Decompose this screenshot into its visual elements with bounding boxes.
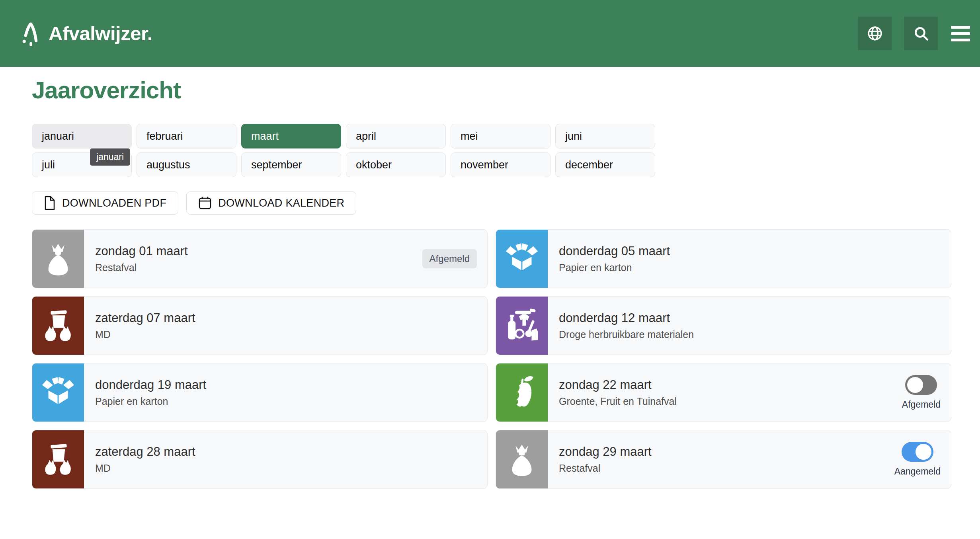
download-pdf-button[interactable]: DOWNLOADEN PDF [32,191,178,215]
page-title: Jaaroverzicht [32,76,980,104]
dry-materials-icon [504,307,540,344]
waste-type: Papier en karton [559,262,670,273]
trash-bag-icon [504,441,540,478]
brand-logo[interactable]: Afvalwijzer. [19,20,152,47]
language-button[interactable] [858,17,892,50]
waste-type: Papier en karton [95,396,206,407]
collection-date: zaterdag 28 maart [95,445,195,459]
bin-and-bags-icon [40,441,76,478]
waste-icon-tile [32,230,84,288]
collection-date: donderdag 12 maart [559,311,694,325]
waste-type: Restafval [95,262,188,273]
cardboard-box-icon [40,374,76,411]
collection-card: zaterdag 07 maart MD [32,296,488,355]
waste-type: Restafval [559,463,652,474]
collection-card: donderdag 05 maart Papier en karton [496,229,951,288]
waste-icon-tile [32,297,84,355]
collection-card: zaterdag 28 maart MD [32,430,488,489]
collection-date: donderdag 05 maart [559,244,670,258]
toggle-label: Afgemeld [902,399,941,410]
collection-card: donderdag 19 maart Papier en karton [32,363,488,422]
month-button-december[interactable]: december [555,152,655,177]
month-button-oktober[interactable]: oktober [346,152,446,177]
download-calendar-label: DOWNLOAD KALENDER [218,197,344,209]
brand-name: Afvalwijzer. [49,22,152,45]
month-button-juni[interactable]: juni [555,124,655,148]
waste-icon-tile [496,363,548,422]
collection-card: zondag 01 maart Restafval Afgemeld [32,229,488,288]
waste-icon-tile [496,230,548,288]
search-button[interactable] [904,17,938,50]
collection-card: zondag 29 maart Restafval Aangemeld [496,430,951,489]
toggle-knob [916,444,931,460]
toggle-knob [907,377,923,393]
month-button-november[interactable]: november [451,152,551,177]
waste-type: Groente, Fruit en Tuinafval [559,396,677,407]
month-tooltip: januari [90,148,130,166]
month-picker: januari februari maart april mei juni ju… [32,124,665,177]
status-badge: Afgemeld [422,249,477,268]
search-icon [913,25,929,42]
waste-icon-tile [32,363,84,422]
month-button-januari[interactable]: januari [32,124,132,148]
collection-list: zondag 01 maart Restafval Afgemeld donde… [32,229,951,489]
trash-bag-icon [40,240,76,277]
waste-type: Droge herbruikbare materialen [559,329,694,340]
collection-date: zondag 22 maart [559,378,677,392]
toggle-label: Aangemeld [894,466,941,477]
waste-type: MD [95,463,195,474]
waste-icon-tile [496,430,548,488]
bin-and-bags-icon [40,307,76,344]
download-calendar-button[interactable]: DOWNLOAD KALENDER [186,191,356,215]
collection-date: zondag 29 maart [559,445,652,459]
month-button-april[interactable]: april [346,124,446,148]
collection-date: zaterdag 07 maart [95,311,195,325]
download-pdf-label: DOWNLOADEN PDF [62,197,166,209]
apple-core-icon [504,374,540,411]
collection-date: zondag 01 maart [95,244,188,258]
collection-card: zondag 22 maart Groente, Fruit en Tuinaf… [496,363,951,422]
waste-icon-tile [496,297,548,355]
menu-button[interactable] [951,26,970,41]
month-button-maart[interactable]: maart [241,124,341,148]
waste-type: MD [95,329,195,340]
optout-toggle[interactable] [905,375,937,395]
cardboard-box-icon [504,240,540,277]
waste-icon-tile [32,430,84,488]
collection-date: donderdag 19 maart [95,378,206,392]
header-actions [858,17,970,50]
menu-icon [951,26,970,29]
month-button-september[interactable]: september [241,152,341,177]
month-button-mei[interactable]: mei [451,124,551,148]
optin-toggle[interactable] [902,442,933,462]
document-icon [44,196,56,210]
collection-card: donderdag 12 maart Droge herbruikbare ma… [496,296,951,355]
download-actions: DOWNLOADEN PDF DOWNLOAD KALENDER [32,191,980,215]
calendar-icon [198,196,212,210]
app-header: Afvalwijzer. [0,0,980,67]
globe-icon [867,25,883,42]
afvalwijzer-logo-icon [19,20,42,47]
month-button-februari[interactable]: februari [137,124,236,148]
month-button-augustus[interactable]: augustus [137,152,236,177]
